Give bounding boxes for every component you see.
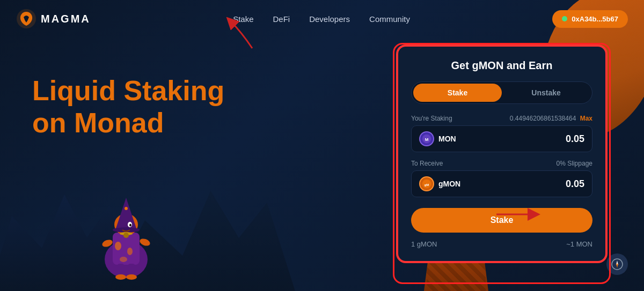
card-footer: 1 gMON ~1 MON [411, 240, 592, 248]
slippage-label: 0% Slippage [557, 160, 592, 167]
hero-section: Liquid Staking on Monad [32, 75, 224, 139]
nav-community[interactable]: Community [369, 14, 410, 24]
wallet-status-dot [562, 16, 567, 21]
max-link[interactable]: Max [580, 115, 592, 122]
wallet-button[interactable]: 0xA34b...5b67 [552, 10, 628, 28]
gmon-token-icon: gM [419, 176, 434, 191]
footer-left: 1 gMON [411, 240, 437, 248]
receive-input-group: To Receive 0% Slippage gM gMON 0.05 [411, 160, 592, 197]
hero-title-line2: on Monad [32, 107, 224, 139]
tab-stake-button[interactable]: Stake [413, 84, 502, 102]
logo-text: MAGMA [41, 13, 91, 25]
header: MAGMA Stake DeFi Developers Community 0x… [0, 0, 644, 38]
main-nav: Stake DeFi Developers Community [233, 14, 410, 24]
nav-developers[interactable]: Developers [309, 14, 350, 24]
gmon-amount[interactable]: 0.05 [566, 178, 584, 190]
tab-row: Stake Unstake [411, 81, 592, 104]
compass-button[interactable] [606, 253, 628, 275]
svg-text:M: M [425, 137, 429, 142]
mon-token-name: MON [438, 135, 456, 143]
receive-label: To Receive [411, 160, 443, 167]
nav-stake[interactable]: Stake [233, 14, 253, 24]
hero-title-line1: Liquid Staking [32, 75, 224, 107]
card-title: Get gMON and Earn [411, 59, 592, 72]
mon-token-icon: M [419, 131, 434, 146]
staking-balance: 0.44946206861538464 Max [510, 115, 592, 122]
staking-label-row: You're Staking 0.44946206861538464 Max [411, 115, 592, 122]
receive-label-row: To Receive 0% Slippage [411, 160, 592, 167]
magma-logo-icon [16, 9, 36, 29]
balance-value: 0.44946206861538464 [510, 115, 576, 122]
gmon-token-name: gMON [438, 180, 460, 188]
stake-card: Get gMON and Earn Stake Unstake You're S… [397, 46, 606, 262]
logo-area: MAGMA [16, 9, 91, 29]
mon-input-box: M MON 0.05 [411, 125, 592, 152]
hero-title: Liquid Staking on Monad [32, 75, 224, 139]
tab-unstake-button[interactable]: Unstake [502, 84, 590, 102]
nav-defi[interactable]: DeFi [273, 14, 290, 24]
mon-amount[interactable]: 0.05 [566, 133, 584, 145]
stake-action-button[interactable]: Stake [411, 208, 592, 233]
compass-icon [611, 258, 623, 270]
staking-label: You're Staking [411, 115, 452, 122]
wallet-address: 0xA34b...5b67 [572, 15, 618, 23]
footer-right: ~1 MON [566, 240, 592, 248]
gmon-input-box: gM gMON 0.05 [411, 170, 592, 197]
svg-text:gM: gM [425, 183, 429, 186]
staking-input-group: You're Staking 0.44946206861538464 Max M… [411, 115, 592, 152]
gmon-token-selector[interactable]: gM gMON [419, 176, 460, 191]
mon-token-selector[interactable]: M MON [419, 131, 456, 146]
